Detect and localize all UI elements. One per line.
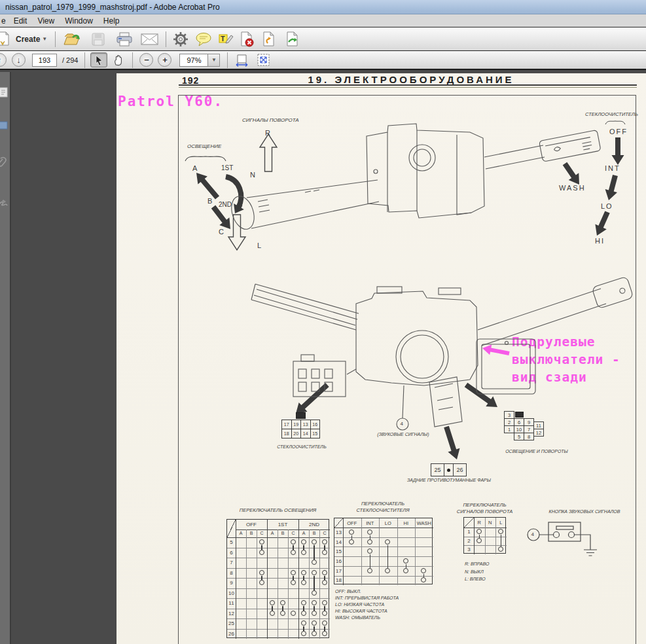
legend-line: LO: НИЗКАЯ ЧАСТОТА xyxy=(335,601,399,608)
table-row-label: 16 xyxy=(334,558,343,564)
tools-button[interactable] xyxy=(171,31,190,47)
wiper-title: СТЕКЛООЧИСТИТЕЛЬ xyxy=(585,111,638,117)
signature-icon xyxy=(0,198,9,208)
legend-line: WASH: ОМЫВАТЕЛЬ xyxy=(335,615,399,621)
contact-link xyxy=(370,535,370,539)
contact-mark xyxy=(291,570,296,575)
contact-link xyxy=(282,606,283,611)
contact-mark xyxy=(367,529,372,535)
annotation-callout-line3[interactable]: вид сзади xyxy=(512,370,587,385)
contact-mark xyxy=(301,570,306,575)
attachments-button[interactable] xyxy=(0,156,9,169)
zoom-level-input[interactable] xyxy=(179,54,208,67)
open-file-button[interactable] xyxy=(62,32,82,46)
menu-window[interactable]: Window xyxy=(60,15,98,27)
contact-mark xyxy=(367,548,372,554)
scroll-mode-button[interactable] xyxy=(234,54,249,67)
window-title: nissan_patrol_1979_1999_mashstroj.pdf - … xyxy=(5,3,220,12)
export-restore-button[interactable] xyxy=(259,31,279,47)
title-bar[interactable]: nissan_patrol_1979_1999_mashstroj.pdf - … xyxy=(0,0,646,14)
save-button[interactable] xyxy=(88,33,108,46)
contact-mark xyxy=(312,600,317,605)
connector-pin: 17 xyxy=(281,420,292,429)
contact-mark xyxy=(312,620,317,626)
fit-width-icon xyxy=(235,54,249,67)
gear-icon xyxy=(173,31,188,47)
remove-page-button[interactable] xyxy=(237,31,257,47)
horn-button-title: КНОПКА ЗВУКОВЫХ СИГНАЛОВ xyxy=(529,509,640,514)
highlight-text-button[interactable]: T xyxy=(216,32,236,46)
wiper-connector-label: СТЕКЛООЧИСТИТЕЛЬ xyxy=(266,444,338,449)
contact-mark xyxy=(301,550,306,555)
envelope-icon xyxy=(141,33,158,45)
bookmarks-button[interactable] xyxy=(0,120,9,130)
document-area: 192 19. ЭЛЕКТРООБОРУДОВАНИЕ Patrol Y60. … xyxy=(0,72,646,644)
legend-line: HI: ВЫСОКАЯ ЧАСТОТА xyxy=(335,608,399,615)
contact-mark xyxy=(322,600,327,605)
table-group-header: 1ST xyxy=(267,522,298,528)
annotation-callout-line1[interactable]: Подрулевые xyxy=(512,334,595,349)
turn-signals-title: СИГНАЛЫ ПОВОРОТА xyxy=(242,117,299,123)
page-number-input[interactable] xyxy=(32,54,57,67)
contact-mark xyxy=(498,546,503,552)
save-icon xyxy=(92,33,105,46)
signatures-button[interactable] xyxy=(0,198,9,208)
email-button[interactable] xyxy=(139,33,159,45)
menu-help[interactable]: Help xyxy=(98,15,125,27)
select-tool-button[interactable] xyxy=(90,52,107,67)
contact-mark xyxy=(259,550,264,555)
print-button[interactable] xyxy=(115,32,134,46)
page-count-label: / 294 xyxy=(62,56,78,64)
zoom-dropdown-button[interactable]: ▼ xyxy=(208,54,220,67)
annotation-model[interactable]: Patrol Y60. xyxy=(118,94,223,109)
table-col-header: A xyxy=(298,531,309,535)
table-col-header: C xyxy=(288,531,298,535)
create-button[interactable]: Create ▼ xyxy=(13,35,47,44)
contact-mark xyxy=(349,529,354,535)
next-page-button[interactable]: ↓ xyxy=(12,53,26,67)
light-table-title: ПЕРЕКЛЮЧАТЕЛЬ ОСВЕЩЕНИЯ xyxy=(226,507,329,513)
contact-link xyxy=(303,606,304,611)
contact-mark xyxy=(312,539,317,545)
zoom-in-button[interactable]: + xyxy=(158,53,171,67)
contact-mark xyxy=(312,560,317,565)
horn-circuit-pin-number: 4 xyxy=(531,531,534,537)
table-col-header: A xyxy=(267,531,278,535)
chevron-down-icon: ▼ xyxy=(42,36,47,42)
comment-button[interactable] xyxy=(194,32,213,46)
light-1st-label: 1ST xyxy=(221,164,233,171)
menu-view[interactable]: View xyxy=(32,15,60,27)
table-row-label: 12 xyxy=(227,611,236,617)
contact-mark xyxy=(291,550,296,555)
table-col-header: HI xyxy=(397,520,416,526)
table-col-header: A xyxy=(236,531,246,535)
wiper-lo-label: LO xyxy=(601,202,613,210)
zoom-out-button[interactable]: − xyxy=(139,53,153,67)
turn-table-title-2: СИГНАЛОВ ПОВОРОТА xyxy=(444,509,526,514)
create-pdf-icon[interactable] xyxy=(0,31,10,48)
doc-send-icon xyxy=(285,31,300,47)
page-thumbnails-button[interactable] xyxy=(0,86,9,98)
contact-link xyxy=(324,545,325,550)
hand-tool-button[interactable] xyxy=(110,52,127,67)
chapter-title: 19. ЭЛЕКТРООБОРУДОВАНИЕ xyxy=(280,74,542,85)
fit-page-button[interactable] xyxy=(255,53,271,67)
connector-pin: 19 xyxy=(291,420,302,429)
legend-line: R: ВПРАВО xyxy=(465,560,489,568)
contact-mark xyxy=(385,539,390,545)
connector-pin: 12 xyxy=(533,429,544,437)
previous-page-button[interactable]: ↑ xyxy=(0,53,7,67)
legend-line: INT: ПРЕРЫВИСТАЯ РАБОТА xyxy=(335,595,399,601)
contact-mark xyxy=(312,611,317,616)
table-col-header: B xyxy=(246,531,257,535)
connector-pin: 16 xyxy=(310,420,321,429)
share-button[interactable] xyxy=(283,31,302,47)
menu-edit[interactable]: Edit xyxy=(9,15,33,27)
horn-pin-number: 4 xyxy=(401,421,403,427)
annotation-callout-line2[interactable]: выключатели - xyxy=(512,352,620,367)
wiper-int-label: INT xyxy=(605,164,620,172)
contact-mark xyxy=(322,631,327,636)
table-row-label: 13 xyxy=(334,529,343,535)
menu-e[interactable]: e xyxy=(0,15,9,27)
contact-mark xyxy=(312,570,317,575)
